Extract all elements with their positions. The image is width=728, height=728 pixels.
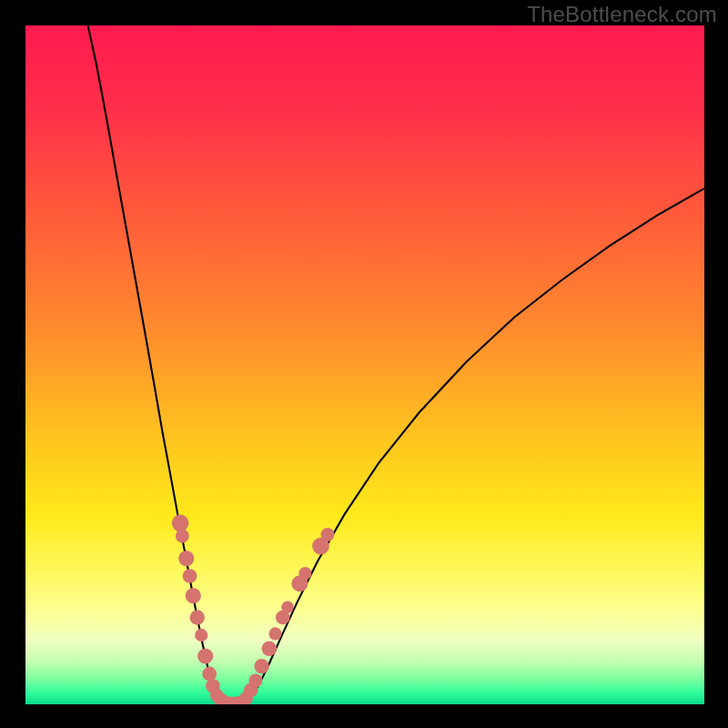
sample-dot bbox=[262, 642, 277, 656]
curve-layer bbox=[25, 25, 704, 704]
plot-area bbox=[25, 25, 704, 704]
sample-dot bbox=[248, 673, 262, 687]
watermark-label: TheBottleneck.com bbox=[527, 2, 717, 27]
chart-frame: TheBottleneck.com bbox=[0, 0, 728, 728]
sample-dot bbox=[298, 567, 311, 580]
sample-dot bbox=[172, 514, 189, 531]
sample-dot bbox=[183, 569, 197, 583]
sample-dot bbox=[254, 659, 268, 673]
right-curve bbox=[241, 188, 704, 704]
sample-dot bbox=[176, 530, 189, 543]
sample-dot bbox=[195, 629, 207, 642]
sample-dot bbox=[281, 602, 293, 613]
sample-dot bbox=[202, 667, 217, 682]
sample-dot bbox=[197, 648, 213, 663]
sample-dot bbox=[268, 627, 281, 640]
left-curve bbox=[88, 25, 228, 704]
sample-dot bbox=[186, 588, 201, 603]
sample-dot bbox=[190, 610, 205, 624]
sample-dot bbox=[178, 551, 194, 566]
sample-dot bbox=[321, 528, 335, 541]
